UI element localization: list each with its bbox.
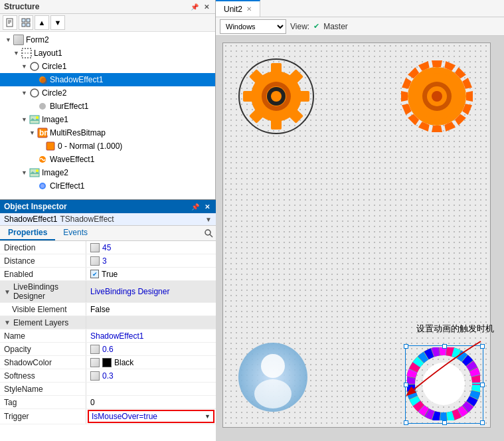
platform-select[interactable]: Windows Android iOS	[220, 19, 286, 34]
prop-val-shadowcolor[interactable]: Black	[86, 356, 216, 369]
design-surface[interactable]	[222, 43, 491, 428]
svg-point-12	[41, 78, 47, 84]
search-icon[interactable]	[204, 228, 213, 238]
prop-val-livebindings[interactable]: LiveBindings Designer	[86, 281, 216, 302]
handle-bc[interactable]	[442, 420, 447, 425]
svg-rect-7	[27, 23, 30, 27]
livebindings-link[interactable]: LiveBindings Designer	[90, 287, 169, 296]
prop-key-shadowcolor: ShadowColor	[0, 356, 86, 369]
prop-val-direction[interactable]: 45	[86, 241, 216, 254]
property-row-tag: Tag 0	[0, 396, 216, 409]
svg-marker-43	[432, 126, 442, 132]
close-icon[interactable]: ✕	[202, 2, 211, 11]
prop-val-distance[interactable]: 3	[86, 254, 216, 267]
distance-value: 3	[102, 256, 107, 266]
down-icon[interactable]: ▼	[50, 15, 65, 30]
form2-arrow[interactable]: ▼	[5, 37, 13, 43]
prop-key-element-layers: ▼Element Layers	[0, 316, 86, 329]
property-row-distance: Distance 3	[0, 254, 216, 268]
circle2-label: Circle2	[42, 88, 66, 98]
tag-value: 0	[90, 398, 95, 407]
prop-val-trigger[interactable]: IsMouseOver=true ▼	[86, 409, 216, 424]
handle-bl[interactable]	[404, 420, 408, 425]
normal-icon	[45, 141, 56, 151]
svg-rect-31	[271, 63, 282, 75]
tree-item-multiresbitmap[interactable]: ▼ bmp MultiResBitmap	[0, 126, 215, 139]
multiresbitmap-arrow[interactable]: ▼	[29, 130, 37, 136]
handle-br[interactable]	[480, 420, 485, 425]
shadowcolor-value: Black	[114, 358, 133, 367]
person-image[interactable]	[236, 341, 309, 414]
prop-val-opacity[interactable]: 0.6	[86, 343, 216, 355]
colorwheel-image[interactable]	[407, 347, 480, 420]
tree-item-clreffect1[interactable]: ClrEffect1	[0, 179, 215, 193]
waveeffect1-label: WaveEffect1	[50, 155, 94, 164]
tree-item-circle1[interactable]: ▼ Circle1	[0, 60, 215, 73]
tree-item-form2[interactable]: ▼ Form2	[0, 33, 215, 46]
prop-val-visible-element[interactable]: False	[86, 303, 216, 315]
svg-point-17	[36, 116, 39, 119]
gear1-image[interactable]	[236, 56, 316, 136]
handle-mr[interactable]	[480, 383, 485, 387]
svg-rect-34	[297, 91, 309, 102]
prop-key-stylename: StyleName	[0, 383, 86, 395]
image2-arrow[interactable]: ▼	[21, 169, 29, 176]
unit2-tab[interactable]: Unit2 ✕	[216, 0, 260, 17]
inspector-pin-icon[interactable]: 📌	[191, 202, 200, 211]
prop-val-enabled[interactable]: ✔ True	[86, 268, 216, 280]
opacity-icon	[90, 345, 100, 354]
component-icon[interactable]	[19, 15, 33, 30]
prop-val-name[interactable]: ShadowEffect1	[86, 329, 216, 342]
tree-item-layout1[interactable]: ▼ Layout1	[0, 46, 215, 60]
visible-element-value: False	[90, 305, 110, 314]
component-dropdown-icon[interactable]: ▼	[205, 216, 212, 223]
prop-key-livebindings: ▼LiveBindings Designer	[0, 281, 86, 302]
circle2-arrow[interactable]: ▼	[21, 90, 29, 96]
svg-rect-8	[22, 48, 31, 58]
tree-item-normal[interactable]: 0 - Normal (1.000)	[0, 139, 215, 153]
up-icon[interactable]: ▲	[35, 15, 49, 30]
tree-item-image2[interactable]: ▼ Image2	[0, 166, 215, 179]
inspector-close-icon[interactable]: ✕	[203, 202, 212, 211]
canvas-tabs: Unit2 ✕	[216, 0, 504, 17]
prop-val-stylename[interactable]	[86, 383, 216, 395]
unit2-close-icon[interactable]: ✕	[246, 5, 252, 13]
page-icon[interactable]	[3, 15, 17, 30]
trigger-dropdown-arrow[interactable]: ▼	[205, 413, 210, 420]
inspector-tabs: Properties Events	[0, 226, 216, 241]
prop-val-softness[interactable]: 0.3	[86, 369, 216, 382]
multiresbitmap-label: MultiResBitmap	[50, 128, 106, 137]
svg-rect-4	[22, 19, 25, 22]
tree-item-circle2[interactable]: ▼ Circle2	[0, 86, 215, 100]
svg-rect-32	[271, 118, 282, 130]
shadoweffect1-label: ShadowEffect1	[50, 75, 104, 84]
svg-marker-45	[466, 91, 473, 102]
svg-point-40	[271, 91, 282, 102]
prop-val-tag[interactable]: 0	[86, 396, 216, 408]
image1-arrow[interactable]: ▼	[21, 116, 29, 123]
pin-icon[interactable]: 📌	[190, 2, 199, 11]
svg-marker-44	[401, 91, 408, 102]
circle1-arrow[interactable]: ▼	[21, 63, 29, 70]
view-value: Master	[323, 22, 348, 31]
tree-item-image1[interactable]: ▼ Image1	[0, 113, 215, 126]
trigger-dropdown[interactable]: IsMouseOver=true ▼	[88, 410, 214, 423]
tree-item-waveeffect1[interactable]: WaveEffect1	[0, 153, 215, 166]
canvas-area: 设置动画的触发时机	[216, 36, 504, 441]
gear2-image[interactable]	[397, 56, 477, 136]
distance-icon	[90, 256, 100, 266]
layout1-arrow[interactable]: ▼	[13, 50, 21, 56]
handle-tr[interactable]	[480, 344, 485, 349]
tab-events[interactable]: Events	[55, 226, 96, 240]
element-layers-toggle[interactable]: ▼	[4, 319, 11, 326]
tree-item-blureffect1[interactable]: BlurEffect1	[0, 100, 215, 113]
livebindings-toggle[interactable]: ▼	[4, 288, 11, 296]
prop-key-enabled: Enabled	[0, 268, 86, 280]
tree-item-shadoweffect1[interactable]: ShadowEffect1	[0, 73, 215, 86]
enabled-checkbox[interactable]: ✔	[90, 270, 99, 278]
prop-key-tag: Tag	[0, 396, 86, 408]
prop-key-trigger: Trigger	[0, 409, 86, 424]
unit2-tab-label: Unit2	[224, 5, 242, 14]
tab-properties[interactable]: Properties	[0, 226, 55, 240]
prop-key-direction: Direction	[0, 241, 86, 254]
